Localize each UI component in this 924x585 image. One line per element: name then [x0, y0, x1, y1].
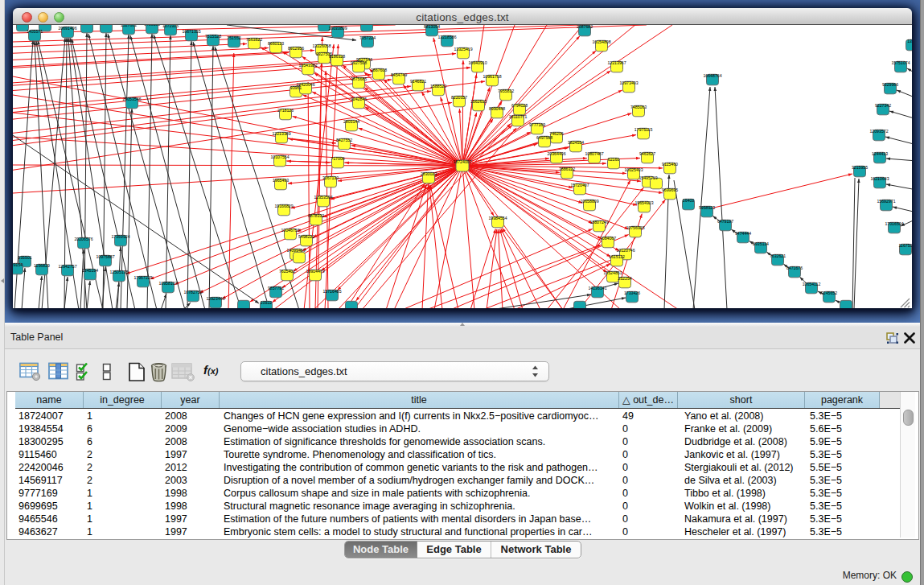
svg-text:10922: 10922	[261, 300, 273, 305]
svg-text:8813054: 8813054	[424, 25, 440, 29]
svg-text:16640910: 16640910	[468, 60, 487, 65]
svg-text:1562615: 1562615	[470, 99, 487, 104]
svg-text:2867608: 2867608	[371, 68, 387, 72]
svg-text:9327508: 9327508	[351, 60, 367, 65]
svg-text:2087682: 2087682	[577, 25, 593, 29]
svg-text:15720407: 15720407	[570, 183, 589, 187]
svg-text:5498222: 5498222	[298, 234, 314, 239]
svg-text:16210643: 16210643	[870, 176, 889, 181]
svg-text:16110771: 16110771	[509, 114, 528, 119]
svg-text:10543382: 10543382	[298, 63, 317, 68]
svg-text:17359924: 17359924	[111, 234, 129, 239]
svg-text:6479197: 6479197	[717, 219, 733, 224]
svg-text:9115460: 9115460	[662, 162, 678, 167]
svg-text:10025433: 10025433	[624, 167, 643, 172]
svg-text:16403: 16403	[683, 198, 695, 203]
svg-text:9084067: 9084067	[600, 236, 616, 241]
svg-text:15692971: 15692971	[877, 199, 895, 204]
svg-text:12093572: 12093572	[869, 129, 888, 134]
svg-text:9329966: 9329966	[882, 82, 898, 87]
svg-text:8427552: 8427552	[336, 138, 352, 142]
svg-text:10973493: 10973493	[619, 80, 638, 85]
svg-text:12213967: 12213967	[607, 60, 626, 65]
svg-text:1345194: 1345194	[82, 268, 98, 273]
svg-text:1244413: 1244413	[872, 151, 888, 156]
svg-text:2718126: 2718126	[277, 108, 294, 113]
svg-text:19166829: 19166829	[274, 204, 293, 208]
svg-text:9146821: 9146821	[410, 79, 426, 84]
svg-text:1527602: 1527602	[121, 25, 137, 27]
svg-text:252254: 252254	[618, 276, 631, 281]
svg-text:16782759: 16782759	[183, 290, 202, 295]
svg-text:7632621: 7632621	[770, 253, 786, 258]
svg-text:751552: 751552	[227, 35, 240, 40]
svg-text:9227342: 9227342	[875, 103, 891, 108]
svg-text:16154808: 16154808	[592, 39, 610, 44]
svg-text:6497568: 6497568	[536, 135, 552, 140]
svg-text:7886322: 7886322	[559, 167, 575, 171]
svg-text:1733426: 1733426	[624, 290, 640, 295]
svg-text:116753: 116753	[899, 243, 912, 248]
svg-text:13226058: 13226058	[312, 43, 331, 48]
svg-text:9242845: 9242845	[351, 97, 367, 101]
svg-text:8186328: 8186328	[329, 54, 345, 59]
svg-text:15716485: 15716485	[322, 289, 341, 294]
svg-text:17957225: 17957225	[133, 275, 152, 280]
svg-text:8471676: 8471676	[786, 266, 803, 270]
svg-text:10975887: 10975887	[96, 254, 114, 259]
svg-text:3215955: 3215955	[852, 165, 868, 170]
svg-text:12942757: 12942757	[58, 264, 76, 269]
svg-text:12213389: 12213389	[272, 131, 290, 136]
svg-text:717006: 717006	[331, 156, 344, 161]
svg-text:7955812: 7955812	[498, 89, 514, 93]
svg-text:8878332: 8878332	[308, 213, 324, 218]
svg-text:16033809: 16033809	[328, 26, 347, 31]
svg-text:7485063: 7485063	[630, 105, 647, 109]
svg-text:16648764: 16648764	[703, 73, 721, 78]
svg-text:19384554: 19384554	[488, 216, 507, 220]
svg-text:22420046: 22420046	[296, 82, 314, 87]
svg-text:10958107: 10958107	[158, 281, 177, 286]
svg-text:9857791: 9857791	[268, 286, 284, 290]
svg-text:2935114: 2935114	[753, 241, 769, 246]
svg-text:19654923: 19654923	[634, 200, 653, 205]
svg-text:8912956: 8912956	[288, 46, 304, 51]
svg-text:10658809: 10658809	[580, 199, 598, 204]
svg-text:1615112: 1615112	[609, 254, 625, 259]
svg-text:13524851: 13524851	[603, 270, 622, 275]
svg-text:14099469: 14099469	[286, 248, 305, 253]
svg-text:7357224: 7357224	[359, 35, 376, 40]
svg-text:10654112: 10654112	[803, 282, 821, 286]
svg-text:10653267: 10653267	[97, 25, 115, 26]
svg-text:7563822: 7563822	[246, 37, 262, 42]
svg-text:6794028: 6794028	[511, 103, 528, 108]
svg-text:20364436: 20364436	[547, 151, 565, 156]
svg-text:1405571: 1405571	[27, 29, 43, 34]
svg-text:5958923: 5958923	[699, 205, 715, 210]
svg-text:2830023: 2830023	[421, 171, 437, 176]
svg-text:935501: 935501	[18, 255, 31, 260]
svg-text:8990448: 8990448	[489, 106, 505, 111]
svg-text:16914479: 16914479	[306, 269, 324, 274]
svg-text:8220357: 8220357	[451, 95, 467, 100]
svg-text:3875685: 3875685	[351, 76, 367, 81]
svg-text:1317: 1317	[907, 39, 912, 43]
svg-text:15495719: 15495719	[639, 175, 657, 180]
svg-text:39154: 39154	[13, 262, 23, 267]
svg-text:7515528: 7515528	[205, 34, 221, 39]
svg-text:17016504: 17016504	[885, 221, 903, 226]
svg-text:12505135: 12505135	[109, 270, 128, 274]
svg-text:18724007: 18724007	[453, 159, 471, 164]
svg-text:10120746: 10120746	[616, 248, 634, 253]
svg-text:10807487: 10807487	[585, 151, 603, 156]
svg-text:20206576: 20206576	[74, 237, 92, 241]
svg-text:8660123: 8660123	[268, 41, 284, 46]
svg-text:6466160: 6466160	[144, 25, 160, 27]
svg-text:15751074: 15751074	[891, 60, 910, 65]
svg-text:62160: 62160	[608, 157, 620, 162]
svg-text:3267130: 3267130	[322, 175, 339, 180]
svg-text:13325419: 13325419	[454, 47, 472, 51]
svg-text:9463627: 9463627	[639, 151, 655, 156]
svg-text:29053546: 29053546	[122, 97, 141, 101]
svg-text:14136141: 14136141	[588, 286, 606, 290]
